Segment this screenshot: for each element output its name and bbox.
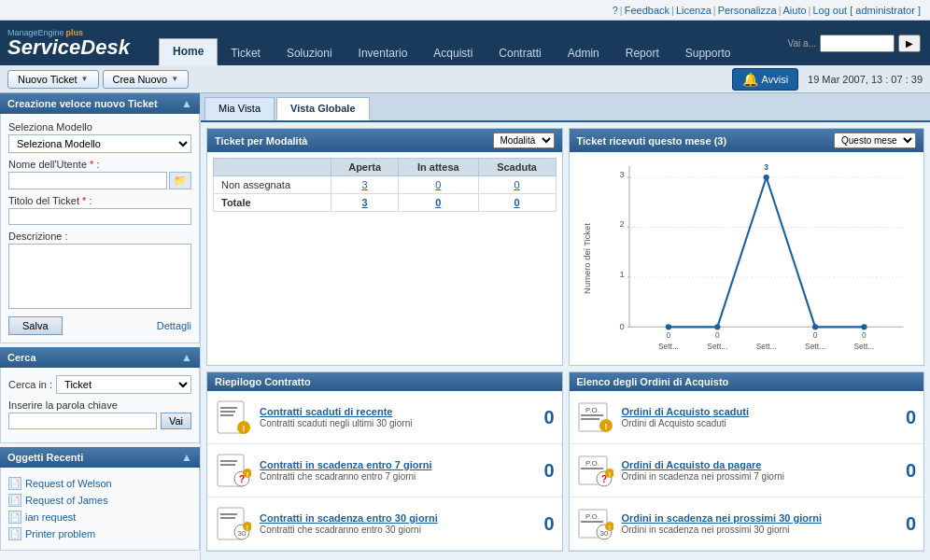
recent-icon-1: 📄 (8, 494, 21, 507)
recenti-collapse-icon[interactable]: ▲ (181, 451, 192, 464)
svg-text:!: ! (247, 471, 248, 478)
titolo-ticket-input[interactable] (8, 208, 191, 225)
parola-chiave-label: Inserire la parola chiave (8, 399, 191, 411)
nav-soluzioni[interactable]: Soluzioni (274, 41, 345, 65)
contratti-title-1[interactable]: Contratti in scadenza entro 7 giorni (260, 459, 536, 470)
svg-rect-43 (220, 513, 237, 515)
feedback-link[interactable]: Feedback (625, 5, 669, 16)
nav-inventario[interactable]: Inventario (345, 41, 421, 65)
svg-text:Numero dei Ticket: Numero dei Ticket (582, 223, 592, 294)
avvisi-button[interactable]: 🔔 Avvisi (732, 68, 799, 91)
recent-item-0[interactable]: 📄 Request of Welson (8, 475, 191, 492)
licenza-link[interactable]: Licenza (676, 5, 712, 16)
nav-admin[interactable]: Admin (555, 41, 613, 65)
nome-utente-pick-button[interactable]: 📁 (169, 172, 191, 189)
acquisti-title-0[interactable]: Ordini di Acquisto scaduti (622, 406, 898, 417)
row2-in-attesa[interactable]: 0 (399, 194, 478, 212)
nome-utente-field-group: 📁 (8, 172, 191, 189)
cerca-in-select[interactable]: Ticket (56, 375, 191, 394)
acquisti-item-1: P.O. ? ! Ordini di Acquisto da pagare Or… (570, 444, 924, 497)
aiuto-link[interactable]: Aiuto (783, 5, 807, 16)
contratti-count-2: 0 (543, 513, 554, 535)
contratti-icon-0: ! (215, 399, 252, 436)
descrizione-textarea[interactable] (8, 244, 191, 309)
parola-chiave-input[interactable] (8, 413, 157, 429)
nav-contratti[interactable]: Contratti (486, 41, 554, 65)
action-bar: Nuovo Ticket ▼ Crea Nuovo ▼ 🔔 Avvisi 19 … (0, 65, 930, 93)
cerca-vai-button[interactable]: Vai (161, 413, 191, 429)
svg-text:1: 1 (619, 269, 624, 279)
logo-brand-text: ServiceDesk (7, 37, 130, 58)
tab-vista-globale[interactable]: Vista Globale (276, 97, 370, 120)
dettagli-link[interactable]: Dettagli (157, 320, 191, 331)
recent-item-1[interactable]: 📄 Request of James (8, 492, 191, 509)
recent-icon-0: 📄 (8, 477, 21, 490)
cerca-content: Cerca in : Ticket Inserire la parola chi… (0, 368, 200, 443)
acquisti-title-1[interactable]: Ordini di Acquisto da pagare (622, 459, 898, 470)
sidebar: Creazione veloce nuovo Ticket ▲ Selezion… (0, 93, 201, 560)
contratti-panel-title: Riepilogo Contratto (215, 376, 311, 387)
nome-utente-input[interactable] (8, 172, 167, 189)
ticket-panel-body: Aperta In attesa Scaduta Non assegnata 3… (207, 152, 562, 217)
ticket-panel: Ticket per Modalità Modalità Aperta In a… (206, 128, 563, 366)
table-row-totale: Totale 3 0 0 (214, 194, 557, 212)
nuovo-ticket-button[interactable]: Nuovo Ticket ▼ (7, 70, 99, 89)
recent-label-2: ian request (25, 511, 76, 523)
titolo-ticket-row: Titolo del Ticket * : (8, 195, 191, 225)
logout-link[interactable]: Log out [ administrator ] (812, 5, 921, 16)
acquisti-icon-1: P.O. ? ! (577, 452, 614, 489)
acquisti-title-2[interactable]: Ordini in scadenza nei prossimi 30 giorn… (622, 512, 898, 524)
acquisti-panel-header: Elenco degli Ordini di Acquisto (570, 372, 924, 391)
row2-aperta[interactable]: 3 (331, 194, 399, 212)
svg-rect-32 (220, 414, 233, 416)
ticket-panel-dropdown[interactable]: Modalità (493, 133, 555, 148)
svg-point-16 (763, 175, 768, 180)
acquisti-desc-2: Ordini in scadenza nei prossimi 30 giorn… (622, 525, 898, 535)
svg-text:!: ! (247, 525, 248, 531)
cerca-collapse-icon[interactable]: ▲ (181, 351, 192, 364)
help-link[interactable]: ? (613, 5, 618, 16)
row1-scaduta[interactable]: 0 (478, 176, 556, 194)
vai-input[interactable] (820, 35, 895, 52)
svg-rect-51 (581, 414, 603, 416)
contratti-title-0[interactable]: Contratti scaduti di recente (260, 406, 536, 417)
nav-report[interactable]: Report (613, 41, 672, 65)
contratti-desc-1: Contratti che scadranno entro 7 giorni (260, 471, 536, 482)
col-empty (214, 159, 331, 176)
row1-aperta[interactable]: 3 (331, 176, 399, 194)
svg-text:Sett...: Sett... (853, 342, 874, 351)
creazione-collapse-icon[interactable]: ▲ (181, 97, 192, 110)
recent-icon-2: 📄 (8, 511, 21, 524)
chart-dropdown[interactable]: Questo mese (834, 133, 916, 148)
recent-item-3[interactable]: 📄 Printer problem (8, 525, 191, 542)
svg-text:0: 0 (619, 321, 624, 331)
nav-ticket[interactable]: Ticket (218, 41, 274, 65)
cerca-header: Cerca ▲ (0, 347, 200, 368)
recent-item-2[interactable]: 📄 ian request (8, 509, 191, 525)
nav-supporto[interactable]: Supporto (672, 41, 744, 65)
svg-point-14 (665, 324, 670, 329)
ticket-panel-header: Ticket per Modalità Modalità (207, 129, 562, 152)
vai-go-button[interactable]: ▶ (898, 35, 921, 52)
svg-rect-36 (220, 460, 237, 462)
seleziona-modello-label: Seleziona Modello (8, 121, 191, 133)
salva-button[interactable]: Salva (8, 316, 63, 335)
seleziona-modello-select[interactable]: Seleziona Modello (8, 134, 191, 153)
recenti-content: 📄 Request of Welson 📄 Request of James 📄… (0, 468, 200, 551)
acquisti-item-0: P.O. ! Ordini di Acquisto scaduti Ordini… (570, 391, 924, 444)
nav-home[interactable]: Home (159, 38, 218, 65)
contratti-count-1: 0 (543, 460, 554, 482)
crea-nuovo-button[interactable]: Crea Nuovo ▼ (103, 70, 190, 89)
crea-nuovo-arrow: ▼ (171, 75, 178, 83)
row2-scaduta[interactable]: 0 (478, 194, 556, 212)
contratti-title-2[interactable]: Contratti in scadenza entro 30 giorni (260, 512, 536, 524)
nav-acquisti[interactable]: Acquisti (420, 41, 486, 65)
svg-text:0: 0 (714, 330, 719, 340)
contratti-icon-1: ? ! (215, 452, 252, 489)
personalizza-link[interactable]: Personalizza (718, 5, 777, 16)
row1-in-attesa[interactable]: 0 (399, 176, 478, 194)
svg-text:!: ! (608, 525, 610, 531)
acquisti-item-2: P.O. 30 ! Ordini in scadenza nei prossim… (570, 497, 924, 551)
tab-mia-vista[interactable]: Mia Vista (204, 97, 275, 120)
svg-text:2: 2 (619, 218, 624, 229)
